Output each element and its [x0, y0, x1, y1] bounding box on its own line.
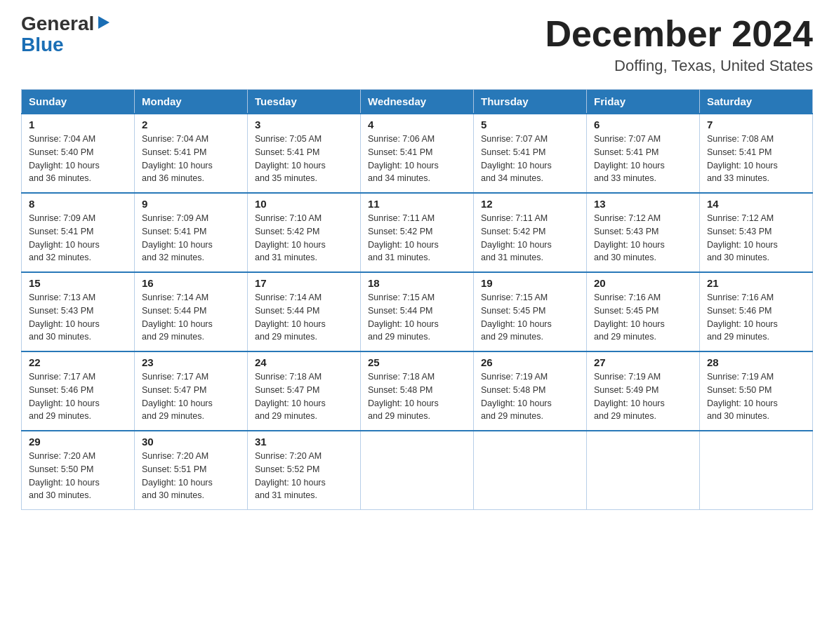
day-info: Sunrise: 7:09 AM Sunset: 5:41 PM Dayligh… — [29, 212, 127, 264]
calendar-week-row: 1Sunrise: 7:04 AM Sunset: 5:40 PM Daylig… — [22, 114, 813, 193]
title-block: December 2024 Doffing, Texas, United Sta… — [545, 14, 813, 75]
svg-marker-0 — [98, 16, 110, 29]
calendar-cell: 27Sunrise: 7:19 AM Sunset: 5:49 PM Dayli… — [587, 351, 700, 431]
calendar-cell: 5Sunrise: 7:07 AM Sunset: 5:41 PM Daylig… — [474, 114, 587, 193]
day-info: Sunrise: 7:13 AM Sunset: 5:43 PM Dayligh… — [29, 291, 127, 344]
day-number: 21 — [707, 277, 805, 289]
calendar-cell: 28Sunrise: 7:19 AM Sunset: 5:50 PM Dayli… — [700, 351, 813, 431]
day-info: Sunrise: 7:12 AM Sunset: 5:43 PM Dayligh… — [707, 212, 805, 264]
day-info: Sunrise: 7:07 AM Sunset: 5:41 PM Dayligh… — [481, 133, 579, 185]
day-number: 17 — [255, 277, 353, 289]
calendar-cell: 6Sunrise: 7:07 AM Sunset: 5:41 PM Daylig… — [587, 114, 700, 193]
day-number: 3 — [255, 119, 353, 130]
page-header: General Blue December 2024 Doffing, Texa… — [21, 14, 813, 75]
day-number: 11 — [368, 198, 466, 210]
calendar-cell: 15Sunrise: 7:13 AM Sunset: 5:43 PM Dayli… — [22, 272, 135, 351]
calendar-cell — [587, 431, 700, 510]
calendar-cell: 24Sunrise: 7:18 AM Sunset: 5:47 PM Dayli… — [248, 351, 361, 431]
calendar-week-row: 29Sunrise: 7:20 AM Sunset: 5:50 PM Dayli… — [22, 431, 813, 510]
day-number: 25 — [368, 356, 466, 368]
day-number: 23 — [142, 356, 240, 368]
day-number: 31 — [255, 436, 353, 448]
calendar-cell — [474, 431, 587, 510]
day-info: Sunrise: 7:10 AM Sunset: 5:42 PM Dayligh… — [255, 212, 353, 264]
day-number: 15 — [29, 277, 127, 289]
calendar-cell: 11Sunrise: 7:11 AM Sunset: 5:42 PM Dayli… — [361, 193, 474, 272]
day-number: 4 — [368, 119, 466, 130]
day-number: 20 — [594, 277, 692, 289]
calendar-cell: 13Sunrise: 7:12 AM Sunset: 5:43 PM Dayli… — [587, 193, 700, 272]
calendar-cell: 25Sunrise: 7:18 AM Sunset: 5:48 PM Dayli… — [361, 351, 474, 431]
day-info: Sunrise: 7:17 AM Sunset: 5:46 PM Dayligh… — [29, 370, 127, 423]
calendar-cell: 9Sunrise: 7:09 AM Sunset: 5:41 PM Daylig… — [135, 193, 248, 272]
month-title: December 2024 — [545, 14, 813, 54]
day-info: Sunrise: 7:12 AM Sunset: 5:43 PM Dayligh… — [594, 212, 692, 264]
day-number: 9 — [142, 198, 240, 210]
calendar-cell: 3Sunrise: 7:05 AM Sunset: 5:41 PM Daylig… — [248, 114, 361, 193]
day-number: 7 — [707, 119, 805, 130]
calendar-cell: 20Sunrise: 7:16 AM Sunset: 5:45 PM Dayli… — [587, 272, 700, 351]
day-info: Sunrise: 7:17 AM Sunset: 5:47 PM Dayligh… — [142, 370, 240, 423]
calendar-cell: 10Sunrise: 7:10 AM Sunset: 5:42 PM Dayli… — [248, 193, 361, 272]
weekday-header-saturday: Saturday — [700, 90, 813, 114]
calendar-cell: 14Sunrise: 7:12 AM Sunset: 5:43 PM Dayli… — [700, 193, 813, 272]
calendar-cell: 16Sunrise: 7:14 AM Sunset: 5:44 PM Dayli… — [135, 272, 248, 351]
calendar-cell: 8Sunrise: 7:09 AM Sunset: 5:41 PM Daylig… — [22, 193, 135, 272]
day-number: 13 — [594, 198, 692, 210]
weekday-header-thursday: Thursday — [474, 90, 587, 114]
day-info: Sunrise: 7:19 AM Sunset: 5:48 PM Dayligh… — [481, 370, 579, 423]
day-number: 26 — [481, 356, 579, 368]
logo-general: General — [21, 14, 94, 34]
calendar-cell: 31Sunrise: 7:20 AM Sunset: 5:52 PM Dayli… — [248, 431, 361, 510]
day-number: 8 — [29, 198, 127, 210]
calendar-cell — [361, 431, 474, 510]
calendar-cell: 7Sunrise: 7:08 AM Sunset: 5:41 PM Daylig… — [700, 114, 813, 193]
day-info: Sunrise: 7:19 AM Sunset: 5:49 PM Dayligh… — [594, 370, 692, 423]
day-info: Sunrise: 7:15 AM Sunset: 5:44 PM Dayligh… — [368, 291, 466, 344]
calendar-cell: 23Sunrise: 7:17 AM Sunset: 5:47 PM Dayli… — [135, 351, 248, 431]
day-info: Sunrise: 7:20 AM Sunset: 5:51 PM Dayligh… — [142, 450, 240, 502]
day-info: Sunrise: 7:18 AM Sunset: 5:48 PM Dayligh… — [368, 370, 466, 423]
calendar-cell: 1Sunrise: 7:04 AM Sunset: 5:40 PM Daylig… — [22, 114, 135, 193]
day-number: 16 — [142, 277, 240, 289]
day-info: Sunrise: 7:08 AM Sunset: 5:41 PM Dayligh… — [707, 133, 805, 185]
calendar-cell: 2Sunrise: 7:04 AM Sunset: 5:41 PM Daylig… — [135, 114, 248, 193]
day-info: Sunrise: 7:09 AM Sunset: 5:41 PM Dayligh… — [142, 212, 240, 264]
day-info: Sunrise: 7:18 AM Sunset: 5:47 PM Dayligh… — [255, 370, 353, 423]
weekday-header-tuesday: Tuesday — [248, 90, 361, 114]
day-number: 30 — [142, 436, 240, 448]
day-info: Sunrise: 7:04 AM Sunset: 5:41 PM Dayligh… — [142, 133, 240, 185]
calendar-week-row: 22Sunrise: 7:17 AM Sunset: 5:46 PM Dayli… — [22, 351, 813, 431]
day-number: 24 — [255, 356, 353, 368]
day-info: Sunrise: 7:14 AM Sunset: 5:44 PM Dayligh… — [255, 291, 353, 344]
day-info: Sunrise: 7:20 AM Sunset: 5:50 PM Dayligh… — [29, 450, 127, 502]
day-info: Sunrise: 7:07 AM Sunset: 5:41 PM Dayligh… — [594, 133, 692, 185]
day-info: Sunrise: 7:05 AM Sunset: 5:41 PM Dayligh… — [255, 133, 353, 185]
calendar-cell: 4Sunrise: 7:06 AM Sunset: 5:41 PM Daylig… — [361, 114, 474, 193]
day-number: 1 — [29, 119, 127, 130]
day-number: 6 — [594, 119, 692, 130]
calendar-cell: 26Sunrise: 7:19 AM Sunset: 5:48 PM Dayli… — [474, 351, 587, 431]
calendar-table: SundayMondayTuesdayWednesdayThursdayFrid… — [21, 89, 813, 510]
calendar-cell: 29Sunrise: 7:20 AM Sunset: 5:50 PM Dayli… — [22, 431, 135, 510]
day-number: 29 — [29, 436, 127, 448]
weekday-header-wednesday: Wednesday — [361, 90, 474, 114]
calendar-week-row: 15Sunrise: 7:13 AM Sunset: 5:43 PM Dayli… — [22, 272, 813, 351]
day-number: 2 — [142, 119, 240, 130]
logo-blue: Blue — [21, 34, 64, 56]
day-number: 10 — [255, 198, 353, 210]
day-number: 22 — [29, 356, 127, 368]
day-info: Sunrise: 7:06 AM Sunset: 5:41 PM Dayligh… — [368, 133, 466, 185]
day-info: Sunrise: 7:11 AM Sunset: 5:42 PM Dayligh… — [481, 212, 579, 264]
calendar-cell: 17Sunrise: 7:14 AM Sunset: 5:44 PM Dayli… — [248, 272, 361, 351]
calendar-cell: 18Sunrise: 7:15 AM Sunset: 5:44 PM Dayli… — [361, 272, 474, 351]
day-info: Sunrise: 7:15 AM Sunset: 5:45 PM Dayligh… — [481, 291, 579, 344]
day-number: 5 — [481, 119, 579, 130]
day-info: Sunrise: 7:04 AM Sunset: 5:40 PM Dayligh… — [29, 133, 127, 185]
day-info: Sunrise: 7:19 AM Sunset: 5:50 PM Dayligh… — [707, 370, 805, 423]
day-number: 27 — [594, 356, 692, 368]
day-number: 14 — [707, 198, 805, 210]
calendar-week-row: 8Sunrise: 7:09 AM Sunset: 5:41 PM Daylig… — [22, 193, 813, 272]
day-number: 28 — [707, 356, 805, 368]
day-info: Sunrise: 7:16 AM Sunset: 5:45 PM Dayligh… — [594, 291, 692, 344]
